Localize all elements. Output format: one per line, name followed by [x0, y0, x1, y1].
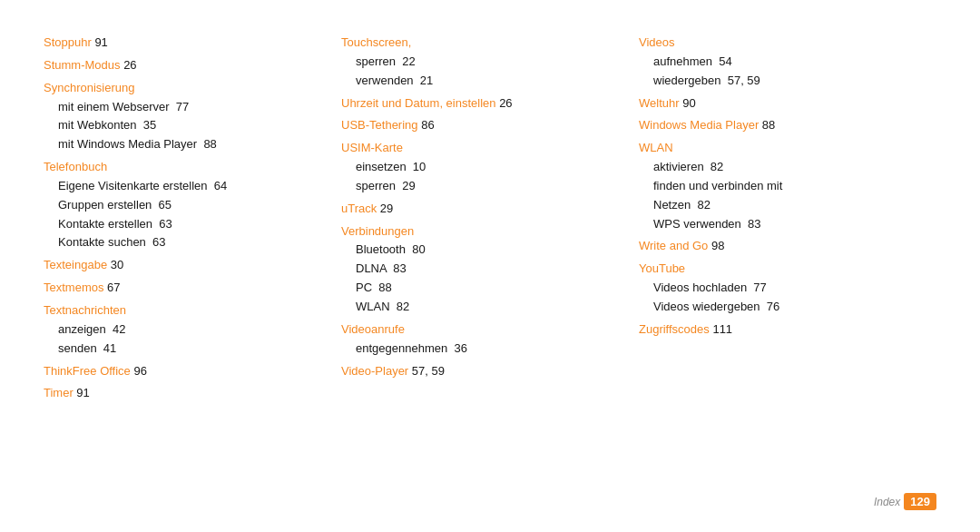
main-entry-label: Synchronisierung	[44, 81, 134, 94]
main-entry-label: Textmemos	[44, 281, 103, 294]
index-columns: Stoppuhr 91Stumm-Modus 26Synchronisierun…	[44, 29, 936, 486]
page-footer: Index 129	[44, 486, 936, 510]
entry-page: 26	[121, 58, 137, 72]
sub-index-entry: Netzen 82	[639, 197, 922, 214]
main-entry-label: Telefonbuch	[44, 160, 107, 173]
entry-page: 88	[759, 118, 775, 132]
sub-index-entry: DLNA 83	[341, 261, 624, 278]
entry-page: 57, 59	[408, 364, 445, 378]
index-col-1: Stoppuhr 91Stumm-Modus 26Synchronisierun…	[44, 29, 341, 486]
main-index-entry: Zugriffscodes 111	[639, 321, 922, 339]
main-index-entry: ThinkFree Office 96	[44, 363, 327, 380]
main-entry-label: Textnachrichten	[44, 303, 126, 317]
main-index-entry: Touchscreen,	[341, 34, 624, 52]
sub-index-entry: mit Windows Media Player 88	[44, 136, 327, 153]
main-index-entry: Weltuhr 90	[639, 95, 922, 113]
sub-index-entry: sperren 22	[341, 54, 624, 71]
main-index-entry: Synchronisierung	[44, 80, 327, 97]
main-index-entry: Timer 91	[44, 385, 327, 402]
footer-page-number: 129	[904, 493, 936, 510]
entry-page: 86	[418, 118, 435, 132]
main-entry-label: Weltuhr	[639, 96, 680, 110]
main-entry-label: Stumm-Modus	[44, 58, 121, 72]
main-index-entry: Stoppuhr 91	[44, 34, 327, 52]
page: Stoppuhr 91Stumm-Modus 26Synchronisierun…	[0, 0, 980, 532]
main-entry-label: USB-Tethering	[341, 118, 418, 132]
main-index-entry: Texteingabe 30	[44, 257, 327, 274]
entry-page: 111	[710, 322, 732, 336]
main-entry-label: Stoppuhr	[44, 35, 92, 49]
main-index-entry: Stumm-Modus 26	[44, 57, 327, 74]
sub-index-entry: wiedergeben 57, 59	[639, 73, 922, 90]
entry-page: 90	[680, 96, 696, 110]
main-index-entry: Verbindungen	[341, 223, 624, 241]
main-entry-label: WLAN	[639, 141, 673, 154]
sub-index-entry: senden 41	[44, 340, 327, 358]
main-index-entry: Uhrzeit und Datum, einstellen 26	[341, 95, 624, 113]
entry-page: 30	[107, 258, 123, 271]
main-entry-label: Write and Go	[639, 239, 708, 252]
entry-page: 29	[377, 202, 393, 215]
main-index-entry: Telefonbuch	[44, 159, 327, 176]
entry-page: 26	[496, 96, 513, 110]
main-entry-label: uTrack	[341, 202, 377, 215]
main-index-entry: WLAN	[639, 140, 922, 157]
main-index-entry: YouTube	[639, 261, 922, 278]
footer-label: Index	[874, 496, 900, 508]
main-entry-label: Video-Player	[341, 364, 408, 378]
sub-index-entry: Videos hochladen 77	[639, 280, 922, 297]
main-index-entry: Write and Go 98	[639, 238, 922, 255]
sub-index-entry: WLAN 82	[341, 299, 624, 316]
main-entry-label: Videoanrufe	[341, 322, 405, 336]
sub-index-entry: sperren 29	[341, 178, 624, 195]
main-entry-label: Videos	[639, 35, 675, 49]
sub-index-entry: mit Webkonten 35	[44, 117, 327, 134]
sub-index-entry: einsetzen 10	[341, 159, 624, 176]
main-index-entry: Textnachrichten	[44, 302, 327, 320]
main-entry-label: Timer	[44, 386, 74, 399]
sub-index-entry: verwenden 21	[341, 73, 624, 90]
main-index-entry: Video-Player 57, 59	[341, 363, 624, 380]
sub-index-entry: WPS verwenden 83	[639, 216, 922, 233]
sub-index-entry: Kontakte erstellen 63	[44, 216, 327, 233]
main-entry-label: USIM-Karte	[341, 141, 403, 154]
sub-index-entry: PC 88	[341, 280, 624, 297]
index-col-2: Touchscreen,sperren 22verwenden 21Uhrzei…	[341, 29, 639, 486]
sub-index-entry: aktivieren 82	[639, 159, 922, 176]
main-index-entry: Windows Media Player 88	[639, 117, 922, 134]
main-entry-label: Texteingabe	[44, 258, 107, 271]
main-index-entry: USB-Tethering 86	[341, 117, 624, 134]
entry-page: 91	[92, 35, 108, 49]
entry-page: 67	[103, 281, 120, 294]
main-entry-label: Touchscreen,	[341, 35, 411, 49]
main-entry-label: YouTube	[639, 261, 685, 275]
main-entry-label: ThinkFree Office	[44, 364, 131, 378]
sub-index-entry: finden und verbinden mit	[639, 178, 922, 195]
sub-index-entry: aufnehmen 54	[639, 54, 922, 71]
entry-page: 96	[131, 364, 147, 378]
sub-index-entry: Bluetooth 80	[341, 241, 624, 259]
sub-index-entry: Videos wiedergeben 76	[639, 299, 922, 316]
sub-index-entry: Gruppen erstellen 65	[44, 197, 327, 214]
main-entry-label: Verbindungen	[341, 224, 414, 238]
main-index-entry: Videoanrufe	[341, 321, 624, 339]
index-col-3: Videosaufnehmen 54wiedergeben 57, 59Welt…	[639, 29, 936, 486]
main-entry-label: Uhrzeit und Datum, einstellen	[341, 96, 496, 110]
main-entry-label: Zugriffscodes	[639, 322, 710, 336]
main-index-entry: Videos	[639, 34, 922, 52]
sub-index-entry: mit einem Webserver 77	[44, 99, 327, 116]
main-index-entry: Textmemos 67	[44, 280, 327, 297]
main-entry-label: Windows Media Player	[639, 118, 759, 132]
main-index-entry: uTrack 29	[341, 201, 624, 218]
main-index-entry: USIM-Karte	[341, 140, 624, 157]
entry-page: 91	[74, 386, 90, 399]
sub-index-entry: Eigene Visitenkarte erstellen 64	[44, 178, 327, 195]
entry-page: 98	[708, 239, 724, 252]
sub-index-entry: entgegennehmen 36	[341, 340, 624, 358]
sub-index-entry: Kontakte suchen 63	[44, 234, 327, 251]
sub-index-entry: anzeigen 42	[44, 321, 327, 339]
